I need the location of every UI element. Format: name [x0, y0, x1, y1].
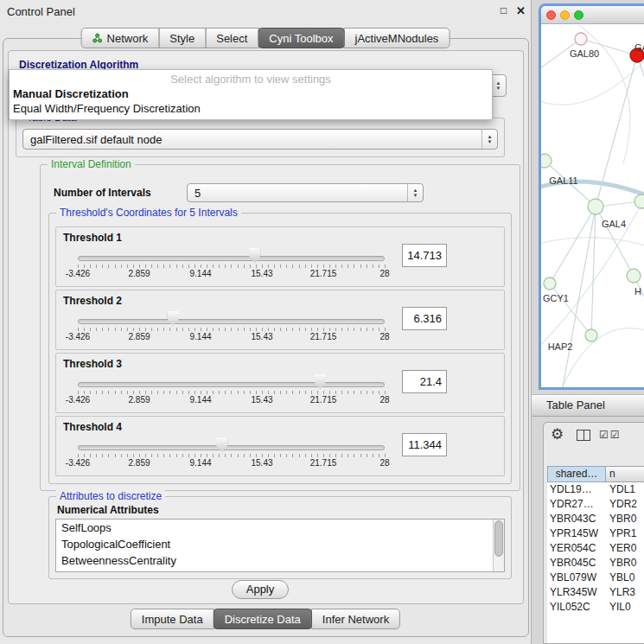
slider-track[interactable]: [78, 382, 385, 387]
network-node[interactable]: [588, 199, 603, 214]
table-cell: YER054C: [547, 541, 606, 556]
tab-label: Impute Data: [142, 613, 203, 626]
close-icon[interactable]: ✕: [516, 4, 526, 17]
slider-track[interactable]: [78, 256, 385, 261]
attributes-listbox[interactable]: SelfLoopsTopologicalCoefficientBetweenne…: [55, 519, 505, 572]
attribute-item-betweennesscentrality[interactable]: BetweennessCentrality: [56, 552, 504, 569]
network-node[interactable]: [575, 33, 587, 45]
table-row[interactable]: YDL19…YDL1: [547, 482, 644, 497]
table-cell: YDR27…: [547, 497, 606, 512]
network-canvas[interactable]: GAL80GAGAL11GAL4HGCY1HAP2: [541, 25, 644, 387]
network-node-label: GA: [634, 42, 644, 53]
scale-label: -3.426: [66, 458, 90, 468]
table-cell: YBR0: [606, 556, 644, 571]
table-row[interactable]: YER054CYER0: [547, 541, 644, 556]
attribute-item-selfloops[interactable]: SelfLoops: [56, 520, 504, 536]
table-row[interactable]: YIL052CYIL0: [547, 600, 644, 615]
table-row[interactable]: YBR045CYBR0: [547, 556, 644, 571]
table-cell: YLR345W: [547, 585, 606, 600]
scale-label: 2.859: [128, 269, 150, 278]
scrollbar-thumb[interactable]: [494, 520, 503, 557]
network-node[interactable]: [544, 277, 556, 290]
network-node-label: GAL80: [570, 48, 599, 59]
tab-label: jActiveMNodules: [355, 32, 439, 45]
algorithm-prompt: Select algorithm to view settings: [10, 73, 492, 86]
network-node[interactable]: [541, 154, 552, 168]
table-row[interactable]: YPR145WYPR1: [547, 526, 644, 541]
algorithm-option-manual-discretization[interactable]: Manual Discretization: [10, 86, 492, 101]
tab-discretize-data[interactable]: Discretize Data: [214, 609, 312, 629]
network-node-label: GAL4: [602, 219, 626, 229]
network-node[interactable]: [585, 329, 597, 341]
network-node-label: HAP2: [548, 341, 573, 352]
thresholds-group-label: Threshold's Coordinates for 5 Intervals: [56, 207, 241, 219]
tab-network[interactable]: Network: [81, 28, 160, 48]
scale-label: 9.144: [189, 395, 211, 405]
slider-track[interactable]: [78, 445, 385, 450]
threshold-label: Threshold 1: [63, 232, 122, 244]
scrollbar[interactable]: [493, 520, 504, 571]
attributes-group-label: Attributes to discretize: [56, 490, 165, 502]
network-node-label: H: [634, 286, 641, 296]
threshold-value-field[interactable]: 11.344: [402, 433, 447, 456]
slider-track[interactable]: [78, 319, 385, 324]
checkbox-icons[interactable]: ☑☑: [599, 429, 622, 441]
slider-ticks: [78, 454, 386, 457]
float-window-icon[interactable]: □: [501, 4, 507, 16]
scale-label: 21.715: [310, 332, 337, 341]
network-view-window[interactable]: GAL80GAGAL11GAL4HGCY1HAP2: [539, 3, 644, 390]
num-intervals-combobox[interactable]: 5 ▲▼: [187, 183, 424, 202]
table-data-selected-value: galFiltered.sif default node: [30, 133, 162, 146]
algorithm-option-equal-width-frequency-discretization[interactable]: Equal Width/Frequency Discretization: [10, 101, 492, 116]
tab-label: Network: [107, 32, 149, 45]
tab-label: Select: [216, 32, 247, 45]
network-node[interactable]: [634, 194, 644, 208]
scale-label: 15.43: [251, 395, 272, 405]
columns-icon[interactable]: [577, 430, 590, 441]
scale-label: -3.426: [66, 395, 90, 405]
threshold-value-field[interactable]: 21.4: [402, 370, 447, 393]
combo-stepper-icon[interactable]: ▲▼: [407, 184, 423, 201]
attribute-item-topologicalcoefficient[interactable]: TopologicalCoefficient: [56, 536, 504, 552]
tab-style[interactable]: Style: [158, 28, 206, 48]
tab-infer-network[interactable]: Infer Network: [311, 609, 400, 629]
table-cell: YBL0: [606, 571, 644, 585]
slider-ticks: [78, 265, 386, 268]
network-node[interactable]: [627, 269, 641, 283]
table-row[interactable]: YBR043CYBR0: [547, 512, 644, 526]
tab-impute-data[interactable]: Impute Data: [131, 609, 214, 629]
control-panel-window: Control Panel □ ✕ NetworkStyleSelectCyni…: [0, 0, 532, 644]
table-cell: YIL0: [606, 600, 644, 615]
tab-jactivemnodules[interactable]: jActiveMNodules: [344, 28, 450, 48]
scale-label: 21.715: [310, 395, 337, 405]
scale-label: 15.43: [251, 332, 272, 341]
close-traffic-light[interactable]: [546, 10, 556, 20]
threshold-block-3: Threshold 3-3.4262.8599.14415.4321.71528…: [55, 353, 505, 413]
table-row[interactable]: YDR27…YDR2: [547, 497, 644, 512]
top-tab-bar: NetworkStyleSelectCyni ToolboxjActiveMNo…: [81, 28, 450, 48]
table-row[interactable]: YBL079WYBL0: [547, 571, 644, 585]
threshold-block-4: Threshold 4-3.4262.8599.14415.4321.71528…: [55, 416, 505, 476]
network-edge: [550, 284, 591, 335]
scale-label: 28: [379, 458, 389, 468]
column-header-shared-[interactable]: shared…: [547, 466, 606, 482]
minimize-traffic-light[interactable]: [560, 10, 570, 20]
tab-select[interactable]: Select: [205, 28, 258, 48]
table-row[interactable]: YLR345WYLR3: [547, 585, 644, 600]
column-header-n[interactable]: n: [606, 466, 644, 482]
scale-label: 2.859: [128, 332, 150, 341]
threshold-block-1: Threshold 1-3.4262.8599.14415.4321.71528…: [55, 226, 505, 287]
apply-button[interactable]: Apply: [232, 580, 289, 599]
tab-cyni-toolbox[interactable]: Cyni Toolbox: [258, 28, 344, 48]
scale-label: 21.715: [310, 458, 337, 468]
threshold-value-field[interactable]: 14.713: [402, 244, 447, 267]
gear-icon[interactable]: ⚙: [551, 425, 564, 443]
zoom-traffic-light[interactable]: [574, 10, 583, 20]
scale-label: 28: [379, 395, 389, 405]
control-panel-title: Control Panel: [7, 5, 75, 18]
table-cell: YLR3: [606, 585, 644, 600]
combo-stepper-icon[interactable]: ▲▼: [481, 130, 497, 149]
threshold-value-field[interactable]: 6.316: [402, 307, 447, 330]
table-data-combobox[interactable]: galFiltered.sif default node ▲▼: [22, 129, 498, 150]
scale-label: 15.43: [251, 458, 272, 468]
